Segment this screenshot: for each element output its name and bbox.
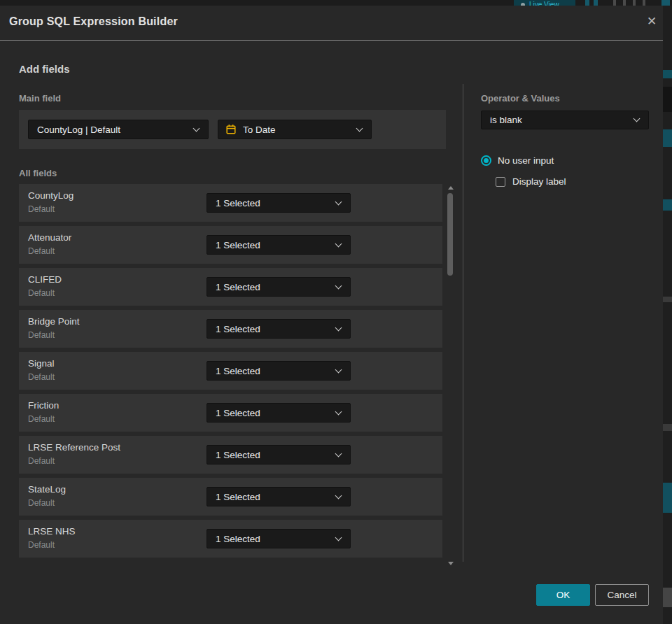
live-view-button[interactable]: Live View (514, 0, 575, 6)
chevron-down-icon (335, 324, 342, 331)
field-name: StateLog (28, 484, 66, 495)
chevron-down-icon (335, 450, 342, 457)
field-row: CountyLog Default 1 Selected (19, 184, 442, 222)
field-row: CLIFED Default 1 Selected (19, 268, 442, 306)
field-name: CountyLog (28, 190, 74, 201)
chevron-down-icon (335, 408, 342, 415)
chevron-down-icon (335, 534, 342, 541)
no-user-input-label: No user input (498, 155, 554, 166)
field-row: Signal Default 1 Selected (19, 352, 442, 390)
display-label-checkbox[interactable]: Display label (496, 176, 566, 187)
field-subtitle: Default (28, 246, 55, 256)
field-selected-dropdown[interactable]: 1 Selected (206, 277, 351, 297)
field-subtitle: Default (28, 498, 55, 508)
background-fragment (663, 424, 672, 431)
date-field-select[interactable]: To Date (218, 120, 372, 139)
field-row: Friction Default 1 Selected (19, 394, 442, 432)
field-subtitle: Default (28, 204, 55, 214)
field-name: LRSE NHS (28, 526, 76, 537)
field-row: Attenuator Default 1 Selected (19, 226, 442, 264)
operator-select-value: is blank (482, 115, 629, 125)
field-name: Signal (28, 358, 55, 369)
radio-selected-icon (481, 155, 491, 166)
display-label-label: Display label (512, 176, 566, 187)
no-user-input-radio[interactable]: No user input (481, 155, 554, 166)
main-field-select[interactable]: CountyLog | Default (28, 120, 209, 139)
group-sql-expression-builder-dialog: Group SQL Expression Builder ✕ Add field… (0, 6, 663, 624)
field-name: CLIFED (28, 274, 62, 285)
scroll-up-icon[interactable] (448, 186, 454, 190)
background-toolbar-fragment (643, 0, 645, 6)
field-row: StateLog Default 1 Selected (19, 478, 442, 516)
checkbox-unchecked-icon (496, 177, 505, 187)
dialog-header: Group SQL Expression Builder ✕ (0, 6, 663, 40)
field-selected-value: 1 Selected (207, 324, 330, 334)
background-fragment (663, 199, 672, 211)
field-selected-value: 1 Selected (207, 408, 330, 418)
field-selected-dropdown[interactable]: 1 Selected (206, 487, 351, 506)
operator-values-label: Operator & Values (481, 93, 560, 104)
field-selected-dropdown[interactable]: 1 Selected (206, 193, 351, 213)
background-toolbar-fragment (633, 0, 636, 6)
calendar-icon (225, 124, 237, 135)
ok-button[interactable]: OK (536, 584, 590, 606)
field-name: Bridge Point (28, 316, 80, 327)
background-fragment (663, 70, 672, 78)
date-field-select-value: To Date (237, 125, 351, 135)
header-divider (0, 40, 663, 41)
chevron-down-icon (335, 240, 342, 247)
background-fragment (663, 588, 672, 607)
field-row: LRSE Reference Post Default 1 Selected (19, 436, 442, 474)
field-subtitle: Default (28, 456, 55, 466)
add-fields-heading: Add fields (19, 63, 70, 75)
field-selected-value: 1 Selected (207, 198, 330, 208)
close-icon[interactable]: ✕ (643, 13, 661, 31)
chevron-down-icon (335, 492, 342, 499)
field-name: Attenuator (28, 232, 71, 243)
main-field-panel: CountyLog | Default To Date (19, 110, 446, 149)
scroll-down-icon[interactable] (448, 562, 454, 565)
background-toolbar-fragment (594, 0, 598, 6)
background-fragment (663, 297, 672, 302)
background-fragment (663, 129, 672, 147)
scrollbar-thumb[interactable] (447, 193, 453, 276)
all-fields-list: CountyLog Default 1 Selected Attenuator … (19, 184, 442, 562)
field-selected-value: 1 Selected (207, 282, 330, 292)
background-fragment (663, 87, 672, 112)
screen: Live View Group SQL Expression Builder ✕… (0, 0, 672, 624)
background-app-right-sliver (663, 6, 672, 624)
background-toolbar-fragment (623, 0, 626, 6)
field-selected-value: 1 Selected (207, 450, 330, 460)
field-list-scrollbar[interactable] (447, 184, 454, 567)
field-selected-dropdown[interactable]: 1 Selected (206, 529, 351, 548)
field-selected-value: 1 Selected (207, 534, 330, 544)
main-field-label: Main field (19, 93, 61, 104)
chevron-down-icon (193, 125, 200, 132)
field-name: LRSE Reference Post (28, 442, 120, 453)
field-selected-dropdown[interactable]: 1 Selected (206, 403, 351, 423)
field-selected-value: 1 Selected (207, 492, 330, 502)
operator-select[interactable]: is blank (481, 111, 649, 129)
cancel-button[interactable]: Cancel (595, 584, 649, 606)
field-selected-dropdown[interactable]: 1 Selected (206, 445, 351, 465)
field-selected-value: 1 Selected (207, 366, 330, 376)
live-view-label: Live View (529, 1, 559, 6)
background-toolbar-fragment (613, 0, 616, 6)
field-row: Bridge Point Default 1 Selected (19, 310, 442, 348)
chevron-down-icon (356, 125, 363, 132)
field-selected-dropdown[interactable]: 1 Selected (206, 235, 351, 255)
chevron-down-icon (335, 198, 342, 205)
background-app-top-strip: Live View (0, 0, 672, 6)
field-selected-dropdown[interactable]: 1 Selected (206, 361, 351, 381)
chevron-down-icon (335, 366, 342, 373)
dialog-title: Group SQL Expression Builder (9, 15, 178, 28)
field-subtitle: Default (28, 540, 55, 550)
field-subtitle: Default (28, 330, 55, 340)
field-subtitle: Default (28, 414, 55, 424)
main-field-select-value: CountyLog | Default (29, 125, 188, 135)
field-selected-dropdown[interactable]: 1 Selected (206, 319, 351, 339)
field-subtitle: Default (28, 372, 55, 382)
background-toolbar-fragment (662, 0, 670, 6)
all-fields-label: All fields (19, 168, 57, 178)
field-subtitle: Default (28, 288, 55, 298)
